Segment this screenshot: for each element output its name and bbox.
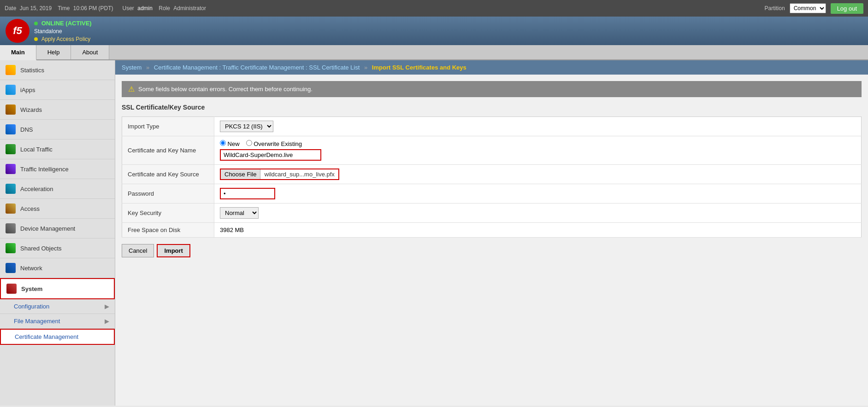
sidebar-item-traffic-intelligence[interactable]: Traffic Intelligence <box>0 159 115 179</box>
date-info: Date Jun 15, 2019 Time 10:06 PM (PDT) <box>5 5 113 12</box>
submenu-label-certificate-management: Certificate Management <box>15 333 78 340</box>
status-policy: Apply Access Policy <box>34 35 92 42</box>
sidebar-label-network: Network <box>20 265 42 272</box>
warning-icon: ⚠ <box>128 85 135 93</box>
status-info: ONLINE (ACTIVE) Standalone Apply Access … <box>34 20 92 42</box>
field-value-cert-key-name: New Overwrite Existing <box>214 136 862 165</box>
sidebar-label-acceleration: Acceleration <box>20 186 53 192</box>
form-row-cert-key-name: Certificate and Key Name New Overwrite E… <box>122 136 862 165</box>
field-label-key-security: Key Security <box>122 204 214 223</box>
top-header: Date Jun 15, 2019 Time 10:06 PM (PDT) Us… <box>0 0 868 17</box>
form-row-free-space: Free Space on Disk 3982 MB <box>122 223 862 238</box>
submenu-label-configuration: Configuration <box>14 303 49 310</box>
dns-icon <box>6 124 16 134</box>
online-indicator <box>34 22 38 25</box>
submenu-certificate-management[interactable]: Certificate Management <box>0 329 115 345</box>
sidebar-item-statistics[interactable]: Statistics <box>0 60 115 80</box>
field-value-import-type: PKCS 12 (IIS) Certificate Key <box>214 117 862 136</box>
status-standalone: Standalone <box>34 28 92 35</box>
breadcrumb-sep1: » <box>146 64 149 71</box>
radio-group-name: New Overwrite Existing <box>220 140 856 147</box>
tab-help[interactable]: Help <box>36 45 71 59</box>
warning-banner: ⚠ Some fields below contain errors. Corr… <box>122 81 862 97</box>
cancel-button[interactable]: Cancel <box>122 244 154 257</box>
tab-about[interactable]: About <box>71 45 109 59</box>
header-controls: Partition Common Log out <box>765 3 863 14</box>
device-management-icon <box>6 223 16 233</box>
field-value-cert-key-source: Choose File wildcard_sup...mo_live.pfx <box>214 165 862 184</box>
system-icon <box>6 284 17 294</box>
sidebar-label-access: Access <box>20 205 40 212</box>
sidebar-item-shared-objects[interactable]: Shared Objects <box>0 238 115 258</box>
submenu-arrow-configuration: ▶ <box>105 303 109 310</box>
breadcrumb-sep2: » <box>364 64 367 71</box>
main-layout: Statistics iApps Wizards DNS Local Traff… <box>0 60 868 406</box>
user-info: User admin Role Administrator <box>123 5 206 12</box>
breadcrumb-system[interactable]: System <box>122 64 142 71</box>
breadcrumb-cert-mgmt[interactable]: Certificate Management : Traffic Certifi… <box>154 64 360 71</box>
warning-message: Some fields below contain errors. Correc… <box>138 86 313 93</box>
sidebar-item-device-management[interactable]: Device Management <box>0 219 115 238</box>
field-value-key-security: Normal FIPS NetHSM <box>214 204 862 223</box>
import-button[interactable]: Import <box>157 244 190 257</box>
traffic-intelligence-icon <box>6 164 16 174</box>
sidebar-item-iapps[interactable]: iApps <box>0 80 115 100</box>
header-info: Date Jun 15, 2019 Time 10:06 PM (PDT) Us… <box>5 5 206 12</box>
submenu-arrow-file-management: ▶ <box>105 318 109 325</box>
stats-icon <box>6 65 16 75</box>
action-buttons: Cancel Import <box>122 244 862 257</box>
radio-overwrite[interactable] <box>246 140 252 146</box>
logout-button[interactable]: Log out <box>831 3 863 14</box>
sidebar-label-iapps: iApps <box>20 87 35 93</box>
form-row-key-security: Key Security Normal FIPS NetHSM <box>122 204 862 223</box>
logo-bar: f5 ONLINE (ACTIVE) Standalone Apply Acce… <box>0 17 868 45</box>
sidebar-label-traffic-intelligence: Traffic Intelligence <box>20 166 69 173</box>
f5-logo: f5 <box>6 19 30 43</box>
field-label-cert-key-source: Certificate and Key Source <box>122 165 214 184</box>
form-row-import-type: Import Type PKCS 12 (IIS) Certificate Ke… <box>122 117 862 136</box>
password-input[interactable] <box>220 188 275 199</box>
page-content: ⚠ Some fields below contain errors. Corr… <box>115 75 868 406</box>
sidebar-item-system[interactable]: System <box>0 278 115 299</box>
breadcrumb: System » Certificate Management : Traffi… <box>115 60 868 75</box>
sidebar-item-acceleration[interactable]: Acceleration <box>0 179 115 199</box>
import-type-select[interactable]: PKCS 12 (IIS) Certificate Key <box>220 121 273 132</box>
acceleration-icon <box>6 184 16 194</box>
radio-new[interactable] <box>220 140 226 146</box>
access-icon <box>6 204 16 214</box>
shared-objects-icon <box>6 243 16 253</box>
field-label-password: Password <box>122 184 214 204</box>
key-security-select[interactable]: Normal FIPS NetHSM <box>220 207 259 219</box>
form-row-cert-key-source: Certificate and Key Source Choose File w… <box>122 165 862 184</box>
submenu-configuration[interactable]: Configuration ▶ <box>0 299 115 314</box>
choose-file-button[interactable]: Choose File <box>221 169 260 179</box>
form-table: Import Type PKCS 12 (IIS) Certificate Ke… <box>122 116 862 238</box>
content-area: System » Certificate Management : Traffi… <box>115 60 868 406</box>
sidebar-item-access[interactable]: Access <box>0 199 115 219</box>
sidebar: Statistics iApps Wizards DNS Local Traff… <box>0 60 115 406</box>
radio-overwrite-label[interactable]: Overwrite Existing <box>246 140 302 147</box>
submenu-file-management[interactable]: File Management ▶ <box>0 314 115 329</box>
sidebar-item-dns[interactable]: DNS <box>0 120 115 140</box>
field-value-password <box>214 184 862 204</box>
sidebar-label-shared-objects: Shared Objects <box>20 245 62 252</box>
radio-new-label[interactable]: New <box>220 140 240 147</box>
status-online: ONLINE (ACTIVE) <box>34 20 92 27</box>
sidebar-label-dns: DNS <box>20 126 33 133</box>
sidebar-item-local-traffic[interactable]: Local Traffic <box>0 140 115 159</box>
sidebar-label-device-management: Device Management <box>20 225 75 232</box>
breadcrumb-current: Import SSL Certificates and Keys <box>372 64 466 71</box>
partition-label: Partition <box>765 5 785 12</box>
cert-key-name-input[interactable] <box>220 149 321 161</box>
sidebar-label-local-traffic: Local Traffic <box>20 146 53 153</box>
sidebar-item-wizards[interactable]: Wizards <box>0 100 115 120</box>
submenu-label-file-management: File Management <box>14 318 60 325</box>
sidebar-item-network[interactable]: Network <box>0 258 115 278</box>
field-label-free-space: Free Space on Disk <box>122 223 214 238</box>
tab-main[interactable]: Main <box>0 45 36 60</box>
wizards-icon <box>6 105 16 115</box>
partition-select[interactable]: Common <box>790 3 826 13</box>
field-value-free-space: 3982 MB <box>214 223 862 238</box>
form-section-title: SSL Certificate/Key Source <box>122 104 862 113</box>
form-row-password: Password <box>122 184 862 204</box>
